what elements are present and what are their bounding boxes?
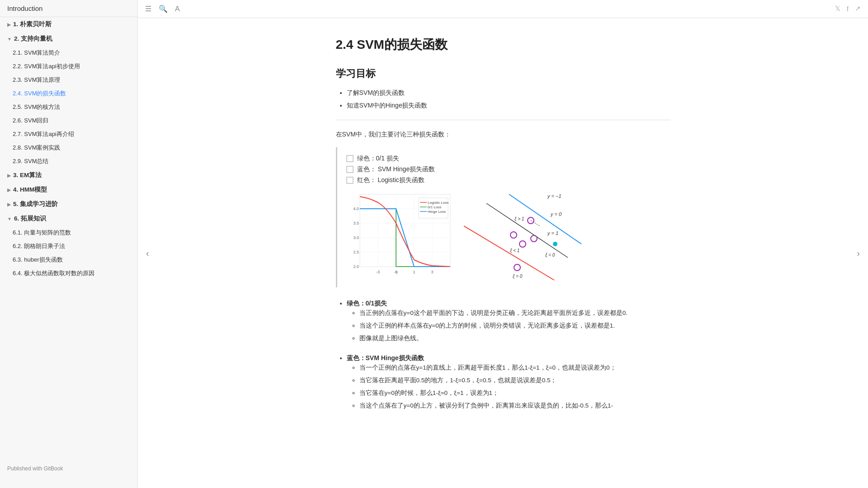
chart-diagrams: 0 4.0 3.5 3.0 2.5 2.0 -3 -1 1 3 xyxy=(346,190,661,280)
svg-text:1: 1 xyxy=(413,270,415,274)
chevron-icon-3: ▶ xyxy=(7,173,11,178)
font-icon[interactable]: A xyxy=(175,5,180,13)
loss-chart: 0 4.0 3.5 3.0 2.5 2.0 -3 -1 1 3 xyxy=(346,190,455,280)
learning-goals-title: 学习目标 xyxy=(336,67,670,80)
chart-container: 绿色：0/1 损失 蓝色： SVM Hinge损失函数 红色： Logistic… xyxy=(336,147,670,287)
blue-section-list: 蓝色：SVM Hinge损失函数 当一个正例的点落在y=1的直线上，距离超平面长… xyxy=(336,353,670,411)
page-title: 2.4 SVM的损失函数 xyxy=(336,36,670,53)
legend-box-blue xyxy=(346,166,354,173)
svg-text:Hinge Loss: Hinge Loss xyxy=(428,210,446,214)
svm-diagram: y = −1 y = 0 y = 1 ξ > 1 xyxy=(464,190,661,280)
list-item: 蓝色：SVM Hinge损失函数 当一个正例的点落在y=1的直线上，距离超平面长… xyxy=(347,353,670,411)
sidebar-item-2-5[interactable]: 2.5. SVM的核方法 xyxy=(0,100,137,114)
content-wrapper: ‹ 2.4 SVM的损失函数 学习目标 了解SVM的损失函数 知道SVM中的Hi… xyxy=(138,18,868,488)
sidebar-item-2-6[interactable]: 2.6. SVM回归 xyxy=(0,114,137,127)
legend-label-blue: 蓝色： SVM Hinge损失函数 xyxy=(357,165,435,174)
list-item: 当一个正例的点落在y=1的直线上，距离超平面长度1，那么1-ξ=1，ξ=0，也就… xyxy=(359,363,670,373)
svg-text:3.5: 3.5 xyxy=(353,221,359,225)
svg-text:ξ > 1: ξ > 1 xyxy=(514,216,524,222)
green-heading: 绿色：0/1损失 xyxy=(347,300,387,307)
svg-point-35 xyxy=(519,241,526,247)
sidebar-item-3[interactable]: ▶ 3. EM算法 xyxy=(0,168,137,183)
sidebar-item-1-label: 1. 朴素贝叶斯 xyxy=(13,20,52,28)
sidebar-item-2-8[interactable]: 2.8. SVM案例实践 xyxy=(0,141,137,155)
prev-arrow[interactable]: ‹ xyxy=(142,244,154,263)
search-icon[interactable]: 🔍 xyxy=(159,5,168,13)
svg-text:2.5: 2.5 xyxy=(353,250,359,254)
legend-item-blue: 蓝色： SVM Hinge损失函数 xyxy=(346,165,661,174)
svg-point-36 xyxy=(531,235,537,242)
loss-chart-svg: 0 4.0 3.5 3.0 2.5 2.0 -3 -1 1 3 xyxy=(346,190,455,280)
facebook-icon[interactable]: f xyxy=(847,5,849,13)
blue-sub-list: 当一个正例的点落在y=1的直线上，距离超平面长度1，那么1-ξ=1，ξ=0，也就… xyxy=(347,363,670,411)
legend-item-green: 绿色：0/1 损失 xyxy=(346,155,661,163)
list-item: 了解SVM的损失函数 xyxy=(347,88,670,98)
svg-text:-3: -3 xyxy=(376,270,379,274)
list-item: 当它落在距离超平面0.5的地方，1-ξ=0.5，ξ=0.5，也就是说误差是0.5… xyxy=(359,375,670,386)
sidebar-item-4[interactable]: ▶ 4. HMM模型 xyxy=(0,183,137,197)
list-item: 当正例的点落在y=0这个超平面的下边，说明是分类正确，无论距离超平面所近多近，误… xyxy=(359,308,670,319)
sidebar-item-2-7[interactable]: 2.7. SVM算法api再介绍 xyxy=(0,127,137,141)
svg-text:ξ = 0: ξ = 0 xyxy=(545,253,555,258)
sidebar-item-6[interactable]: ▼ 6. 拓展知识 xyxy=(0,211,137,226)
sidebar-item-2-1[interactable]: 2.1. SVM算法简介 xyxy=(0,46,137,60)
green-section: 绿色：0/1损失 当正例的点落在y=0这个超平面的下边，说明是分类正确，无论距离… xyxy=(336,298,670,344)
sidebar-item-6-1[interactable]: 6.1. 向量与矩阵的范数 xyxy=(0,226,137,239)
sidebar-item-6-4[interactable]: 6.4. 极大似然函数取对数的原因 xyxy=(0,267,137,280)
svg-text:3.0: 3.0 xyxy=(353,235,359,240)
share-icon[interactable]: ↗ xyxy=(855,5,861,13)
chevron-icon-2: ▼ xyxy=(7,37,12,42)
twitter-icon[interactable]: 𝕏 xyxy=(835,5,840,13)
next-arrow[interactable]: › xyxy=(852,244,864,263)
legend-label-green: 绿色：0/1 损失 xyxy=(357,155,399,163)
svg-point-40 xyxy=(514,264,520,271)
learning-goals-list: 了解SVM的损失函数 知道SVM中的Hinge损失函数 xyxy=(336,88,670,111)
sidebar-item-2[interactable]: ▼ 2. 支持向量机 xyxy=(0,32,137,46)
green-sub-list: 当正例的点落在y=0这个超平面的下边，说明是分类正确，无论距离超平面所近多近，误… xyxy=(347,308,670,344)
svm-diagram-svg: y = −1 y = 0 y = 1 ξ > 1 xyxy=(464,190,581,289)
sidebar-item-2-2[interactable]: 2.2. SVM算法api初步使用 xyxy=(0,60,137,73)
sidebar-item-2-4[interactable]: 2.4. SVM的损失函数 xyxy=(0,87,137,100)
chevron-icon: ▶ xyxy=(7,22,11,27)
list-item: 当这个正例的样本点落在y=0的上方的时候，说明分类错误，无论距离多远多近，误差都… xyxy=(359,321,670,331)
sidebar-item-4-label: 4. HMM模型 xyxy=(13,186,47,194)
svg-text:y = 0: y = 0 xyxy=(550,211,562,217)
svg-point-39 xyxy=(553,242,557,246)
menu-icon[interactable]: ☰ xyxy=(145,5,151,13)
sidebar-item-3-label: 3. EM算法 xyxy=(13,171,42,179)
chevron-icon-6: ▼ xyxy=(7,216,12,221)
svg-text:3: 3 xyxy=(431,270,433,274)
sidebar-item-6-label: 6. 拓展知识 xyxy=(14,215,46,223)
sidebar: Introduction ▶ 1. 朴素贝叶斯 ▼ 2. 支持向量机 2.1. … xyxy=(0,0,138,488)
blue-heading: 蓝色：SVM Hinge损失函数 xyxy=(347,354,424,361)
blue-section: 蓝色：SVM Hinge损失函数 当一个正例的点落在y=1的直线上，距离超平面长… xyxy=(336,353,670,411)
sidebar-item-6-2[interactable]: 6.2. 朗格朗日乘子法 xyxy=(0,239,137,253)
legend-label-red: 红色： Logistic损失函数 xyxy=(357,176,425,184)
svg-text:4.0: 4.0 xyxy=(353,206,359,211)
svg-text:Logistic Loss: Logistic Loss xyxy=(428,201,448,205)
sidebar-header: Introduction xyxy=(0,0,137,17)
sidebar-item-1[interactable]: ▶ 1. 朴素贝叶斯 xyxy=(0,17,137,32)
legend-area: 绿色：0/1 损失 蓝色： SVM Hinge损失函数 红色： Logistic… xyxy=(346,155,661,184)
list-item: 当它落在y=0的时候，那么1-ξ=0，ξ=1，误差为1； xyxy=(359,388,670,399)
svg-text:y = 1: y = 1 xyxy=(547,230,558,236)
chevron-icon-5: ▶ xyxy=(7,202,11,207)
svg-line-30 xyxy=(464,226,554,280)
sidebar-item-2-9[interactable]: 2.9. SVM总结 xyxy=(0,155,137,168)
intro-text: 在SVM中，我们主要讨论三种损失函数： xyxy=(336,129,670,140)
sidebar-item-5[interactable]: ▶ 5. 集成学习进阶 xyxy=(0,197,137,211)
divider xyxy=(336,120,670,120)
svg-text:2.0: 2.0 xyxy=(353,264,359,269)
svg-text:0/1 Loss: 0/1 Loss xyxy=(428,205,441,209)
svg-point-34 xyxy=(510,232,517,238)
list-item: 知道SVM中的Hinge损失函数 xyxy=(347,100,670,110)
sidebar-footer: Published with GitBook xyxy=(0,458,137,479)
legend-box-red xyxy=(346,177,354,184)
chevron-icon-4: ▶ xyxy=(7,188,11,192)
list-item: 绿色：0/1损失 当正例的点落在y=0这个超平面的下边，说明是分类正确，无论距离… xyxy=(347,298,670,344)
sidebar-item-6-3[interactable]: 6.3. huber损失函数 xyxy=(0,253,137,267)
sidebar-item-2-3[interactable]: 2.3. SVM算法原理 xyxy=(0,73,137,87)
legend-item-red: 红色： Logistic损失函数 xyxy=(346,176,661,184)
sidebar-item-5-label: 5. 集成学习进阶 xyxy=(13,200,58,208)
list-item: 当这个点落在了y=0的上方，被误分到了负例中，距离算出来应该是负的，比如-0.5… xyxy=(359,401,670,411)
